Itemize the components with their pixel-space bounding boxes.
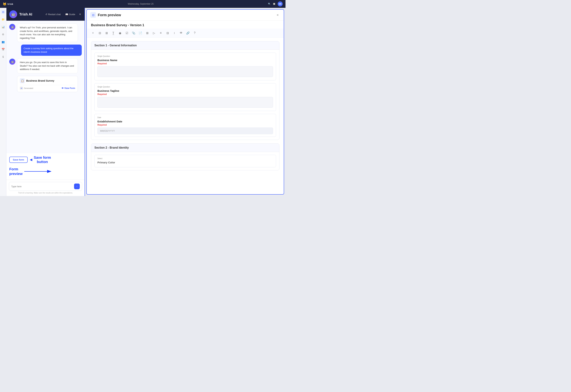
field-type-single-question-2: Single Question xyxy=(97,86,273,88)
send-icon: ↑ xyxy=(76,185,78,188)
ai-generated-tag: AI Generated xyxy=(20,87,33,90)
sidebar-item-charts[interactable]: 📊 xyxy=(1,25,5,29)
app-date: Wednesday, September 25 xyxy=(13,3,268,5)
field-label-establishment-date: Establishment Date xyxy=(97,120,273,123)
chat-panel: 🤖 Trish AI ↺ Restart chat 📖 Guide × xyxy=(6,8,85,196)
field-label-primary-color: Primary Color xyxy=(97,161,273,164)
ai-message-avatar-2: 🤖 xyxy=(9,59,15,65)
toolbar-checkbox-btn[interactable]: ☑ xyxy=(124,30,130,36)
section-2-body: Select Primary Color xyxy=(91,152,279,170)
app-bar: 🐱 trisk Wednesday, September 25 🔍 🔲 MB xyxy=(0,0,286,8)
field-type-select: Select xyxy=(97,157,273,159)
ai-tag-icon: AI xyxy=(20,87,23,90)
ai-message-bubble-2: Here you go. Do you want to save this fo… xyxy=(17,58,78,73)
chat-header: 🤖 Trish AI ↺ Restart chat 📖 Guide × xyxy=(6,8,85,21)
toolbar-list-btn[interactable]: ≡ xyxy=(158,30,164,36)
field-business-name: Single Question Business Name Required xyxy=(94,53,276,80)
save-form-button[interactable]: Save form xyxy=(9,157,28,163)
toolbar-file-btn[interactable]: 📄 xyxy=(138,30,143,36)
toolbar-text-btn[interactable]: T̲ xyxy=(111,30,116,36)
left-sidebar: ⊟ 📁 📊 ⚙ 👥 📅 $ xyxy=(0,8,6,196)
field-input-business-name[interactable] xyxy=(97,66,273,77)
ai-message-avatar: 🤖 xyxy=(9,24,15,30)
form-section-2: Section 2 - Brand Identity Select Primar… xyxy=(91,143,279,170)
field-establishment-date: Date Establishment Date Required MM/DD/Y… xyxy=(94,114,276,137)
form-preview-header: ⊟ Form preview × xyxy=(87,10,284,20)
chat-input[interactable] xyxy=(11,185,73,188)
guide-button[interactable]: 📖 Guide xyxy=(64,12,77,16)
section-1-header: Section 1 - General Information xyxy=(91,41,279,50)
form-toolbar: + ⊟ ⊞ T̲ ◉ ☑ 📎 📄 ⊞ ▷ ≡ ⊟ ↕ 👁 🔗 ? xyxy=(87,28,284,38)
form-preview-arrow xyxy=(24,168,53,175)
field-label-business-name: Business Name xyxy=(97,59,273,62)
close-preview-button[interactable]: × xyxy=(275,12,280,18)
eye-link-icon: 👁 xyxy=(61,87,64,89)
field-label-business-tagline: Business Tagline xyxy=(97,89,273,92)
toolbar-link-btn[interactable]: 🔗 xyxy=(185,30,191,36)
sidebar-item-home[interactable]: ⊟ xyxy=(1,10,5,14)
sidebar-item-files[interactable]: 📁 xyxy=(1,17,5,21)
view-form-link[interactable]: 👁 View Form xyxy=(61,87,75,89)
field-input-establishment-date[interactable]: MM/DD/YYYY xyxy=(97,127,273,134)
restart-icon: ↺ xyxy=(45,13,47,16)
app-logo: 🐱 trisk xyxy=(3,2,13,6)
field-business-tagline: Single Question Business Tagline Require… xyxy=(94,83,276,111)
toolbar-table-btn[interactable]: ⊞ xyxy=(145,30,150,36)
form-preview-title-row: ⊟ Form preview xyxy=(90,12,121,18)
logo-icon: 🐱 xyxy=(3,2,6,6)
form-content: Section 1 - General Information Single Q… xyxy=(87,38,284,194)
search-icon[interactable]: 🔍 xyxy=(268,3,271,5)
toolbar-split-btn[interactable]: ⊟ xyxy=(165,30,170,36)
form-preview-title-text: Form preview xyxy=(98,13,121,17)
user-message-1: Create a survey form asking questions ab… xyxy=(9,44,82,56)
form-title: Business Brand Survey - Version 1 xyxy=(87,20,284,28)
toolbar-video-btn[interactable]: ▷ xyxy=(151,30,157,36)
chat-input-row: ↑ xyxy=(9,182,82,191)
chat-header-actions: ↺ Restart chat 📖 Guide × xyxy=(44,12,82,17)
form-card-footer: AI Generated 👁 View Form xyxy=(20,85,75,90)
form-preview-header-icon: ⊟ xyxy=(90,12,96,18)
chat-messages: 🤖 What's up? I'm Trish, your personal as… xyxy=(6,21,85,153)
toolbar-resize-btn[interactable]: ↕ xyxy=(172,30,177,36)
chat-title: Trish AI xyxy=(19,12,42,16)
form-card-name: Business Brand Survey xyxy=(26,79,54,82)
toolbar-help-btn[interactable]: ? xyxy=(192,30,197,36)
toolbar-add-btn[interactable]: + xyxy=(90,30,96,36)
field-required-business-name: Required xyxy=(97,62,273,65)
send-button[interactable]: ↑ xyxy=(74,183,80,189)
toolbar-eye-btn[interactable]: 👁 xyxy=(179,30,184,36)
ai-message-1: 🤖 What's up? I'm Trish, your personal as… xyxy=(9,24,82,42)
form-section-1: Section 1 - General Information Single Q… xyxy=(91,41,279,140)
main-content: ⊟ 📁 📊 ⚙ 👥 📅 $ 🤖 Trish AI ↺ Restart chat … xyxy=(0,8,286,196)
field-required-business-tagline: Required xyxy=(97,93,273,96)
field-type-single-question-1: Single Question xyxy=(97,55,273,57)
sidebar-item-calendar[interactable]: 📅 xyxy=(1,47,5,51)
field-primary-color: Select Primary Color xyxy=(94,155,276,167)
toolbar-radio-btn[interactable]: ◉ xyxy=(117,30,123,36)
section-1-body: Single Question Business Name Required S… xyxy=(91,50,279,140)
form-preview-annotation-area: Formpreview xyxy=(6,165,85,180)
sidebar-item-settings[interactable]: ⚙ xyxy=(1,32,5,36)
toolbar-grid-btn[interactable]: ⊞ xyxy=(104,30,109,36)
ai-message-2: 🤖 Here you go. Do you want to save this … xyxy=(9,58,82,92)
form-card-title-row: 📋 Business Brand Survey xyxy=(20,78,75,83)
toolbar-attach-btn[interactable]: 📎 xyxy=(131,30,136,36)
toolbar-layout-btn[interactable]: ⊟ xyxy=(97,30,103,36)
field-type-date: Date xyxy=(97,116,273,118)
form-preview-annotation-text: Formpreview xyxy=(9,167,22,176)
user-avatar[interactable]: MB xyxy=(278,1,283,6)
arrow-left-icon: ◀ xyxy=(30,158,32,162)
notifications-icon[interactable]: 🔲 xyxy=(273,3,275,5)
sidebar-item-dollar[interactable]: $ xyxy=(1,55,5,59)
form-card-icon: 📋 xyxy=(20,78,25,83)
app-bar-right: 🔍 🔲 MB xyxy=(268,1,283,6)
close-chat-button[interactable]: × xyxy=(78,12,82,17)
restart-chat-button[interactable]: ↺ Restart chat xyxy=(44,12,62,16)
form-preview-panel: ⊟ Form preview × Business Brand Survey -… xyxy=(86,9,284,195)
sidebar-item-users[interactable]: 👥 xyxy=(1,40,5,44)
field-input-business-tagline[interactable] xyxy=(97,97,273,108)
user-message-bubble-1: Create a survey form asking questions ab… xyxy=(21,44,82,56)
save-annotation: ◀ Save formbutton xyxy=(30,155,51,164)
ai-message-bubble-1: What's up? I'm Trish, your personal assi… xyxy=(17,24,78,42)
ai-avatar: 🤖 xyxy=(9,10,17,18)
